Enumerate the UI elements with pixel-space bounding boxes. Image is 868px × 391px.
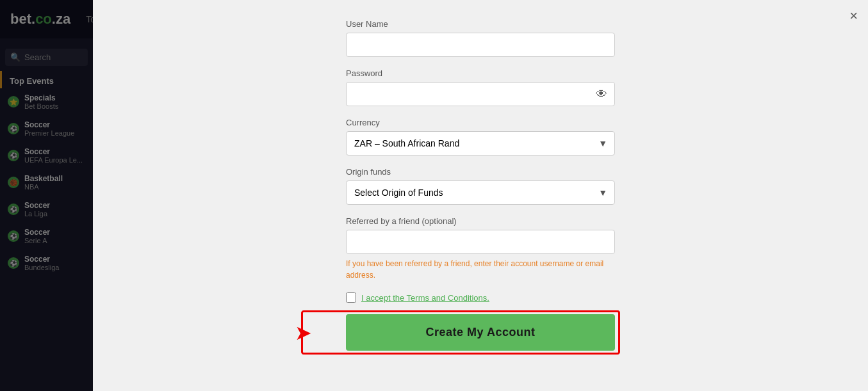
origin-funds-group: Origin funds Select Origin of Funds Sala…: [346, 167, 615, 205]
terms-row: I accept the Terms and Conditions.: [346, 292, 615, 303]
terms-checkbox[interactable]: [346, 292, 356, 303]
username-input[interactable]: [346, 33, 615, 57]
arrow-indicator: ➤: [295, 321, 312, 345]
password-input[interactable]: [346, 82, 615, 106]
referred-input[interactable]: [346, 230, 615, 254]
currency-select-wrapper: ZAR – South African Rand USD – US Dollar…: [346, 131, 615, 156]
password-group: Password 👁: [346, 68, 615, 106]
referred-label: Referred by a friend (optional): [346, 216, 615, 226]
currency-group: Currency ZAR – South African Rand USD – …: [346, 118, 615, 156]
password-wrapper: 👁: [346, 82, 615, 106]
create-account-button[interactable]: Create My Account: [346, 314, 615, 351]
origin-funds-label: Origin funds: [346, 167, 615, 177]
registration-modal: × User Name Password 👁 Currency: [93, 0, 868, 391]
origin-funds-select-wrapper: Select Origin of Funds Salary Savings Bu…: [346, 180, 615, 205]
username-label: User Name: [346, 19, 615, 29]
username-group: User Name: [346, 19, 615, 57]
create-account-wrapper: ➤ Create My Account: [346, 314, 615, 351]
form-container: User Name Password 👁 Currency ZAR – Sout…: [346, 19, 615, 362]
eye-icon[interactable]: 👁: [596, 88, 607, 101]
origin-funds-select[interactable]: Select Origin of Funds Salary Savings Bu…: [346, 180, 615, 205]
form-row: User Name Password 👁 Currency ZAR – Sout…: [119, 19, 842, 362]
modal-close-button[interactable]: ×: [849, 8, 858, 24]
referral-note: If you have been referred by a friend, e…: [346, 258, 615, 281]
currency-select[interactable]: ZAR – South African Rand USD – US Dollar…: [346, 131, 615, 156]
password-label: Password: [346, 68, 615, 78]
referred-group: Referred by a friend (optional) If you h…: [346, 216, 615, 281]
currency-label: Currency: [346, 118, 615, 127]
terms-link[interactable]: I accept the Terms and Conditions.: [361, 293, 489, 303]
